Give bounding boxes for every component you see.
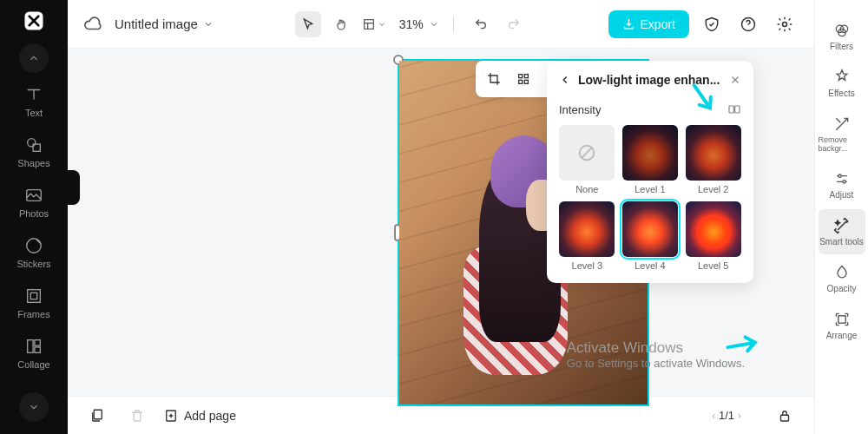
svg-rect-6 (30, 293, 36, 299)
nav-label: Frames (17, 309, 49, 319)
svg-rect-22 (735, 106, 740, 113)
chevron-down-icon (429, 19, 439, 30)
right-item-adjust[interactable]: Adjust (819, 162, 865, 207)
nav-label: Photos (19, 208, 49, 219)
add-page-button[interactable]: Add page (163, 408, 236, 424)
svg-point-31 (842, 181, 845, 183)
pages-icon[interactable] (83, 402, 111, 430)
intensity-options: None Level 1 Level 2 Level 3 Level 4 (559, 125, 741, 271)
topbar: Untitled image 31% Export (68, 0, 814, 49)
canvas-area[interactable]: age 1 Low-light image enhan... (68, 49, 814, 396)
svg-point-1 (28, 139, 36, 147)
apps-button[interactable] (510, 66, 536, 92)
nav-label: Collage (17, 359, 49, 370)
shield-icon[interactable] (698, 10, 726, 38)
chevron-down-icon (203, 19, 214, 30)
intensity-label: Intensity (559, 103, 601, 116)
compare-icon[interactable] (727, 102, 741, 116)
windows-watermark: Activate Windows Go to Settings to activ… (567, 339, 745, 370)
document-title[interactable]: Untitled image (115, 16, 214, 31)
export-button[interactable]: Export (608, 10, 689, 38)
page-counter[interactable]: ‹ 1/1 › (712, 409, 741, 422)
svg-rect-15 (519, 80, 523, 83)
right-item-smart-tools[interactable]: Smart tools (819, 209, 865, 254)
svg-rect-5 (28, 290, 41, 303)
settings-icon[interactable] (771, 10, 799, 38)
redo-button[interactable] (501, 11, 527, 37)
option-none[interactable]: None (559, 125, 615, 194)
layout-tool[interactable] (361, 11, 387, 37)
svg-rect-21 (729, 106, 733, 113)
sidebar-item-shapes[interactable]: Shapes (8, 127, 60, 177)
nav-label: Text (25, 108, 43, 118)
option-level-2[interactable]: Level 2 (685, 125, 741, 194)
back-icon[interactable] (559, 74, 571, 86)
hand-tool[interactable] (328, 11, 354, 37)
option-level-5[interactable]: Level 5 (685, 201, 741, 271)
svg-rect-10 (364, 19, 373, 29)
sidebar-expand-tab[interactable] (68, 170, 80, 205)
crop-button[interactable] (481, 66, 507, 92)
sidebar-item-frames[interactable]: Frames (8, 278, 60, 328)
cloud-icon[interactable] (83, 15, 102, 34)
export-icon (622, 17, 635, 30)
option-level-4[interactable]: Level 4 (622, 201, 679, 271)
option-level-1[interactable]: Level 1 (622, 125, 679, 194)
svg-rect-32 (838, 316, 845, 323)
cursor-tool[interactable] (295, 11, 321, 37)
help-icon[interactable] (734, 10, 762, 38)
svg-rect-8 (35, 340, 40, 345)
nav-label: Shapes (17, 158, 49, 168)
svg-rect-13 (519, 75, 523, 78)
left-sidebar: Text Shapes Photos Stickers Frames Colla… (0, 0, 68, 434)
svg-rect-24 (94, 410, 102, 419)
sidebar-item-photos[interactable]: Photos (8, 177, 60, 227)
nav-scroll-up[interactable] (19, 43, 49, 73)
svg-rect-7 (28, 340, 33, 353)
right-item-arrange[interactable]: Arrange (819, 303, 865, 348)
undo-button[interactable] (468, 11, 494, 37)
right-item-opacity[interactable]: Opacity (819, 256, 865, 301)
app-logo[interactable] (22, 9, 46, 33)
option-level-3[interactable]: Level 3 (559, 201, 615, 271)
svg-rect-26 (781, 415, 789, 421)
nav-scroll-down[interactable] (19, 392, 49, 422)
zoom-level[interactable]: 31% (399, 17, 439, 31)
right-item-effects[interactable]: Effects (819, 61, 865, 106)
sidebar-item-collage[interactable]: Collage (8, 328, 60, 378)
right-item-remove-bg[interactable]: Remove backgr... (819, 108, 865, 161)
svg-rect-14 (524, 75, 528, 78)
nav-label: Stickers (16, 259, 50, 269)
right-item-filters[interactable]: Filters (819, 14, 865, 59)
svg-rect-16 (524, 80, 528, 83)
svg-point-12 (783, 22, 787, 26)
svg-point-30 (838, 174, 840, 177)
sidebar-item-text[interactable]: Text (8, 76, 60, 127)
main-area: Untitled image 31% Export (68, 0, 814, 434)
delete-icon[interactable] (123, 402, 151, 430)
svg-rect-9 (35, 347, 40, 352)
right-sidebar: Filters Effects Remove backgr... Adjust … (814, 0, 868, 434)
add-page-icon (163, 408, 179, 424)
sidebar-item-stickers[interactable]: Stickers (8, 227, 60, 278)
lock-icon[interactable] (771, 402, 799, 430)
annotation-arrow (724, 329, 763, 360)
close-icon[interactable] (729, 74, 741, 86)
smart-tools-panel: Low-light image enhan... Intensity None … (547, 61, 753, 283)
